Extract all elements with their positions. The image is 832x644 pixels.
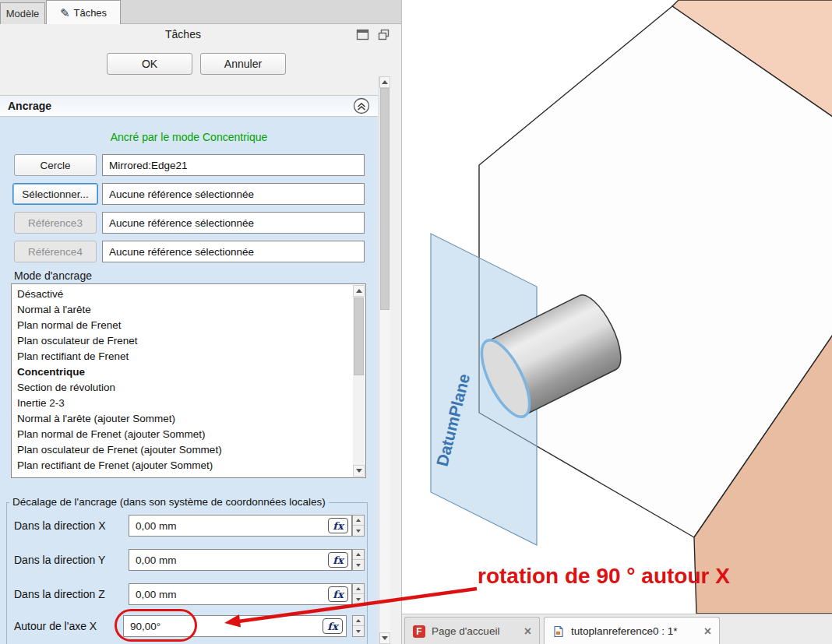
mode-item[interactable]: Plan osculateur de Frenet (ajouter Somme… — [12, 442, 352, 458]
offset-y-value: 0,00 mm — [136, 554, 177, 566]
mode-item[interactable]: Plan rectifiant de Frenet (ajouter Somme… — [12, 458, 352, 473]
reference-row-4: Référence4 Aucune référence sélectionnée — [0, 241, 378, 262]
attachment-mode-list: Désactivé Normal à l'arête Plan normal d… — [11, 283, 366, 478]
spin-up-button[interactable] — [353, 616, 364, 626]
list-scrollbar-thumb[interactable] — [354, 297, 364, 375]
offset-z-field[interactable]: 0,00 mm fx — [129, 583, 352, 605]
undock-icon[interactable] — [377, 28, 390, 41]
expression-editor-icon[interactable]: fx — [328, 518, 348, 533]
tab-document[interactable]: tutoplanreference0 : 1* × — [544, 617, 720, 644]
reference1-field[interactable]: Mirrored:Edge21 — [102, 154, 365, 176]
offset-y-spinner[interactable] — [352, 549, 365, 571]
pencil-icon: ✎ — [60, 7, 70, 19]
tab-model-label: Modèle — [6, 8, 40, 19]
viewport-3d[interactable]: DatumPlane rotation de 90 ° autour X F P… — [401, 0, 832, 644]
tab-tasks-label: Tâches — [73, 7, 107, 19]
mode-item[interactable]: Section de révolution — [12, 380, 352, 396]
attachment-status-text: Ancré par le mode Concentrique — [0, 131, 378, 143]
tab-model[interactable]: Modèle — [0, 2, 45, 24]
close-tab-icon[interactable]: × — [704, 625, 711, 638]
offset-z-label: Dans la direction Z — [14, 583, 105, 605]
reference-row-1: Cercle Mirrored:Edge21 — [0, 154, 378, 176]
mode-item[interactable]: Normal à l'arête (ajouter Sommet) — [12, 411, 352, 427]
offset-x-label: Dans la direction X — [14, 515, 106, 537]
expression-editor-icon[interactable]: fx — [328, 586, 348, 602]
attachment-form: Ancré par le mode Concentrique Cercle Mi… — [0, 117, 378, 644]
expression-editor-icon[interactable]: fx — [328, 552, 348, 568]
spin-up-button[interactable] — [353, 584, 364, 594]
freecad-home-icon: F — [413, 625, 425, 638]
mode-item[interactable]: Inertie 2-3 — [12, 396, 352, 411]
arrow-down-icon — [356, 598, 361, 601]
arrow-down-icon — [356, 469, 362, 473]
ok-button[interactable]: OK — [107, 53, 192, 75]
mode-item[interactable]: Plan normal de Frenet (ajouter Sommet) — [12, 427, 352, 442]
application-window: Modèle ✎ Tâches Tâches OK Annuler Ancrag… — [0, 0, 832, 644]
reference4-field[interactable]: Aucune référence sélectionnée — [102, 241, 365, 262]
offset-z-value: 0,00 mm — [136, 589, 177, 600]
panel-title: Tâches — [0, 28, 366, 40]
annotation-text: rotation de 90 ° autour X — [478, 564, 730, 589]
arrow-up-icon — [356, 289, 362, 293]
attachment-mode-label: Mode d'ancrage — [14, 269, 92, 282]
arrow-up-icon — [382, 80, 388, 84]
list-scroll-up-button[interactable] — [353, 285, 365, 297]
reference4-button[interactable]: Référence4 — [14, 241, 97, 262]
mode-item[interactable]: Normal à l'arête — [12, 302, 352, 318]
panel-tab-strip: Modèle ✎ Tâches — [0, 0, 401, 24]
document-icon — [552, 625, 565, 638]
offset-row-z: Dans la direction Z 0,00 mm fx — [0, 583, 378, 605]
collapse-section-icon[interactable] — [353, 97, 370, 114]
spin-up-button[interactable] — [353, 516, 364, 526]
cancel-button[interactable]: Annuler — [200, 53, 286, 75]
panel-scrollbar[interactable] — [379, 76, 390, 644]
panel-scroll-up-button[interactable] — [379, 76, 390, 88]
spin-down-button[interactable] — [353, 526, 364, 537]
section-header-ancrage[interactable]: Ancrage — [0, 95, 378, 117]
spin-down-button[interactable] — [353, 626, 364, 637]
offset-z-spinner[interactable] — [352, 583, 365, 605]
mode-item[interactable]: Plan osculateur de Frenet — [12, 333, 352, 349]
section-title: Ancrage — [8, 100, 51, 112]
reference2-button[interactable]: Sélectionner... — [12, 183, 98, 205]
task-panel: Modèle ✎ Tâches Tâches OK Annuler Ancrag… — [0, 0, 401, 644]
mode-item[interactable]: Plan rectifiant de Frenet — [12, 349, 352, 364]
mode-item[interactable]: Plan normal de Frenet — [12, 318, 352, 333]
offset-y-field[interactable]: 0,00 mm fx — [129, 549, 352, 571]
offset-y-label: Dans la direction Y — [14, 549, 105, 571]
offset-row-x: Dans la direction X 0,00 mm fx — [0, 515, 378, 537]
tab-start-page[interactable]: F Page d'accueil × — [404, 617, 540, 644]
panel-scrollbar-thumb[interactable] — [380, 88, 390, 310]
expression-editor-icon[interactable]: fx — [323, 618, 343, 634]
panel-scroll-down-button[interactable] — [379, 632, 390, 644]
mode-item-selected[interactable]: Concentrique — [12, 364, 352, 380]
offset-group-legend: Décalage de l'ancrage (dans son système … — [9, 496, 329, 508]
model-3d-scene: DatumPlane — [402, 0, 832, 614]
arrow-up-icon — [356, 587, 361, 590]
reference3-button[interactable]: Référence3 — [14, 212, 97, 234]
tab-document-label: tutoplanreference0 : 1* — [571, 625, 678, 637]
arrow-down-icon — [356, 530, 361, 533]
spin-up-button[interactable] — [353, 550, 364, 560]
reference2-field[interactable]: Aucune référence sélectionnée — [102, 183, 365, 205]
reference1-button[interactable]: Cercle — [14, 154, 97, 176]
spin-down-button[interactable] — [353, 594, 364, 605]
document-tab-bar: F Page d'accueil × tutoplanreference0 : … — [402, 614, 832, 644]
spin-down-button[interactable] — [353, 560, 364, 571]
reference3-field[interactable]: Aucune référence sélectionnée — [102, 212, 365, 234]
arrow-down-icon — [356, 630, 361, 633]
tab-tasks[interactable]: ✎ Tâches — [46, 0, 121, 24]
list-scroll-down-button[interactable] — [353, 465, 365, 477]
list-scrollbar[interactable] — [353, 285, 365, 477]
mode-item[interactable]: Désactivé — [12, 287, 352, 302]
arrow-up-icon — [356, 519, 361, 522]
reference-row-2: Sélectionner... Aucune référence sélecti… — [0, 183, 378, 205]
close-tab-icon[interactable]: × — [524, 625, 531, 638]
split-view-icon[interactable] — [356, 28, 369, 41]
arrow-up-icon — [356, 619, 361, 622]
tab-start-page-label: Page d'accueil — [432, 625, 499, 637]
offset-x-field[interactable]: 0,00 mm fx — [129, 515, 352, 537]
offset-x-spinner[interactable] — [352, 515, 365, 537]
angle-x-spinner[interactable] — [352, 615, 365, 637]
arrow-down-icon — [356, 564, 361, 567]
